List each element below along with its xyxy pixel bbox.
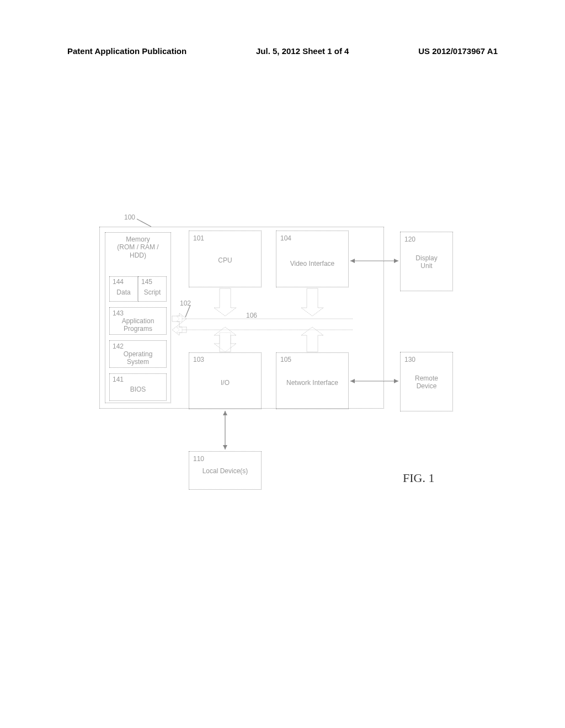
ref-script: 145	[141, 278, 152, 286]
ref-data: 144	[113, 278, 124, 286]
header-left: Patent Application Publication	[67, 46, 186, 56]
network-interface-label: Network Interface	[277, 379, 348, 387]
ref-display: 120	[404, 235, 415, 243]
svg-line-0	[137, 219, 151, 227]
cpu-label: CPU	[190, 256, 260, 264]
ref-io: 103	[193, 356, 204, 363]
video-interface-label: Video Interface	[277, 260, 348, 267]
memory-os-label: Operating System	[110, 350, 166, 366]
ref-local: 110	[193, 455, 204, 463]
memory-label: Memory (ROM / RAM / HDD)	[109, 235, 167, 259]
memory-apps-label: Application Programs	[110, 317, 166, 333]
figure-1-diagram: 100	[94, 218, 487, 510]
ref-cpu: 101	[193, 234, 204, 242]
ref-bus-106: 106	[246, 312, 257, 319]
remote-device-label: Remote Device	[402, 374, 451, 390]
ref-remote: 130	[404, 356, 415, 363]
display-unit-label: Display Unit	[402, 254, 451, 270]
page-header: Patent Application Publication Jul. 5, 2…	[67, 46, 498, 56]
figure-caption: FIG. 1	[403, 471, 434, 485]
ref-video: 104	[280, 234, 291, 242]
header-center: Jul. 5, 2012 Sheet 1 of 4	[256, 46, 349, 56]
svg-marker-17	[394, 379, 398, 383]
io-label: I/O	[190, 379, 260, 387]
memory-bios-label: BIOS	[110, 386, 166, 393]
ref-os: 142	[113, 342, 124, 350]
ref-system: 100	[124, 213, 135, 221]
header-right: US 2012/0173967 A1	[418, 46, 498, 56]
ref-bios: 141	[113, 376, 124, 383]
ref-bus-102: 102	[180, 299, 191, 307]
ref-net: 105	[280, 356, 291, 363]
memory-script-label: Script	[139, 288, 166, 296]
ref-apps: 143	[113, 309, 124, 317]
svg-marker-20	[223, 445, 227, 449]
local-device-label: Local Device(s)	[190, 467, 260, 475]
svg-marker-19	[223, 411, 227, 415]
svg-marker-14	[394, 259, 398, 263]
memory-data-label: Data	[110, 288, 137, 296]
